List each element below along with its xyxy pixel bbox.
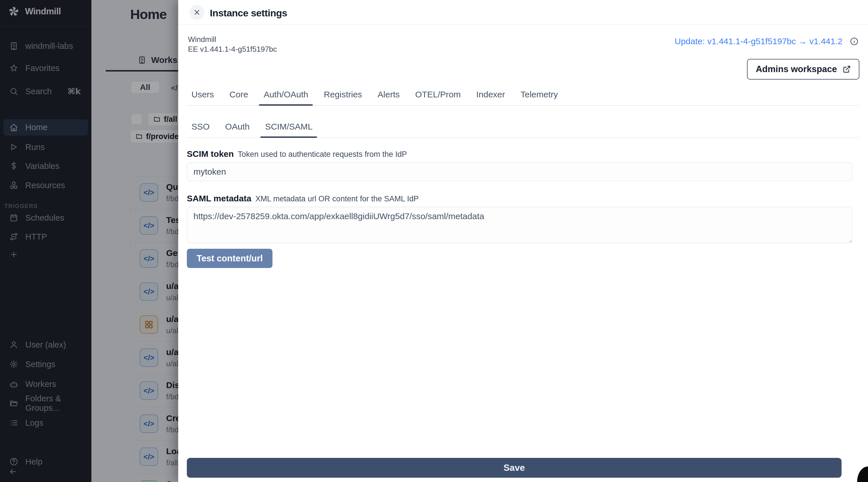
update-row: Update: v1.441.1-4-g51f5197bc → v1.441.2 <box>675 36 859 46</box>
scim-token-description: Token used to authenticate requests from… <box>238 149 407 159</box>
info-icon[interactable] <box>850 37 859 46</box>
tab-core[interactable]: Core <box>225 86 253 105</box>
scim-token-input[interactable] <box>187 162 852 181</box>
scim-token-label: SCIM token <box>187 149 234 159</box>
app-name-text: Windmill <box>188 34 277 44</box>
tab-users[interactable]: Users <box>187 86 218 105</box>
update-version-link[interactable]: Update: v1.441.1-4-g51f5197bc → v1.441.2 <box>675 36 842 46</box>
tab-auth-oauth[interactable]: Auth/OAuth <box>259 86 313 105</box>
save-button[interactable]: Save <box>187 458 842 478</box>
tab-registries[interactable]: Registries <box>319 86 367 105</box>
saml-metadata-label-row: SAML metadata XML metadata url OR conten… <box>187 193 852 204</box>
close-drawer-button[interactable] <box>189 5 204 20</box>
subtab-scim-saml[interactable]: SCIM/SAML <box>260 118 317 137</box>
saml-metadata-textarea[interactable]: https://dev-2578259.okta.com/app/exkaell… <box>187 207 852 243</box>
admins-workspace-button[interactable]: Admins workspace <box>747 59 859 79</box>
saml-metadata-label: SAML metadata <box>187 193 251 204</box>
external-link-icon <box>843 65 851 73</box>
drawer-title: Instance settings <box>210 7 287 19</box>
modal-backdrop[interactable] <box>0 0 178 482</box>
saml-metadata-description: XML metadata url OR content for the SAML… <box>255 194 419 204</box>
app-root: Windmill windmill-labs Favorites Search … <box>0 0 868 482</box>
scim-token-label-row: SCIM token Token used to authenticate re… <box>187 149 852 159</box>
tab-indexer[interactable]: Indexer <box>472 86 509 105</box>
subtab-oauth[interactable]: OAuth <box>220 118 254 137</box>
version-text: EE v1.441.1-4-g51f5197bc <box>188 44 277 54</box>
scim-saml-form: SCIM token Token used to authenticate re… <box>187 149 852 268</box>
drawer-header-divider <box>178 24 868 25</box>
version-block: Windmill EE v1.441.1-4-g51f5197bc <box>188 34 277 54</box>
test-content-url-button[interactable]: Test content/url <box>187 249 273 268</box>
auth-subtabs: SSO OAuth SCIM/SAML <box>187 118 859 138</box>
settings-tabs: Users Core Auth/OAuth Registries Alerts … <box>187 86 859 106</box>
tab-telemetry[interactable]: Telemetry <box>516 86 562 105</box>
close-icon <box>193 8 201 17</box>
admins-workspace-label: Admins workspace <box>755 64 837 74</box>
subtab-sso[interactable]: SSO <box>187 118 214 137</box>
tab-alerts[interactable]: Alerts <box>373 86 404 105</box>
instance-settings-drawer: Instance settings Windmill EE v1.441.1-4… <box>178 0 868 482</box>
tab-otel-prom[interactable]: OTEL/Prom <box>411 86 465 105</box>
